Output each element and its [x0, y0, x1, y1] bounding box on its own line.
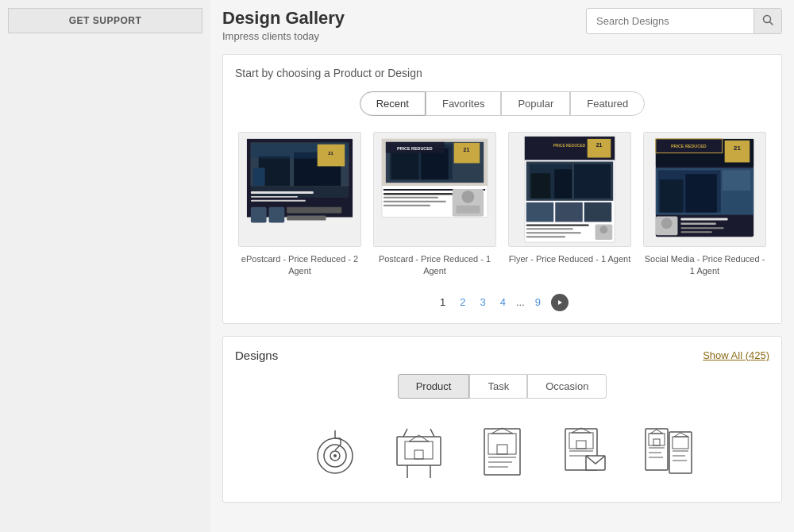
page-3[interactable]: 3 [476, 294, 489, 310]
designs-title: Designs [235, 349, 278, 362]
design-tabs: Product Task Occasion [235, 374, 769, 399]
svg-marker-93 [409, 435, 429, 441]
svg-text:PRICE REDUCED: PRICE REDUCED [397, 146, 433, 151]
svg-rect-56 [526, 236, 565, 237]
gallery-thumb-4: PRICE REDUCED 21 [643, 132, 766, 247]
svg-rect-51 [555, 202, 583, 222]
svg-rect-52 [584, 202, 612, 222]
next-page-button[interactable] [551, 294, 569, 311]
svg-rect-32 [384, 193, 454, 195]
design-icon-email-flyer[interactable] [556, 422, 615, 482]
tab-popular[interactable]: Popular [501, 91, 570, 116]
search-icon [762, 14, 773, 25]
design-icon-target[interactable] [306, 422, 365, 482]
gallery-item-4[interactable]: PRICE REDUCED 21 [643, 132, 766, 278]
gallery-caption-2: Postcard - Price Reduced - 1 Agent [373, 253, 496, 278]
svg-rect-75 [680, 222, 715, 224]
page-2[interactable]: 2 [456, 294, 469, 310]
svg-rect-48 [531, 173, 551, 199]
page-4[interactable]: 4 [496, 294, 510, 310]
gallery-caption-1: ePostcard - Price Reduced - 2 Agent [238, 253, 361, 278]
svg-rect-71 [723, 192, 751, 213]
design-tab-occasion[interactable]: Occasion [527, 374, 607, 399]
svg-rect-94 [414, 450, 423, 459]
tab-recent[interactable]: Recent [360, 91, 426, 116]
svg-point-73 [661, 218, 673, 229]
svg-rect-70 [723, 170, 751, 191]
svg-text:21: 21 [734, 145, 741, 152]
design-icon-sign[interactable] [389, 422, 449, 482]
svg-point-58 [599, 226, 607, 233]
svg-line-1 [770, 22, 773, 25]
page-dots: ... [516, 296, 525, 308]
svg-text:PRICE REDUCED: PRICE REDUCED [671, 144, 707, 148]
svg-rect-54 [526, 228, 573, 229]
flyer-icon [472, 422, 532, 482]
gallery-thumb-3: PRICE REDUCED 21 [508, 132, 631, 247]
gallery-caption-3: Flyer - Price Reduced - 1 Agent [508, 253, 631, 265]
svg-rect-18 [287, 207, 341, 214]
svg-rect-76 [680, 227, 723, 229]
svg-rect-17 [269, 207, 285, 223]
svg-marker-78 [558, 300, 562, 305]
tab-favorites[interactable]: Favorites [426, 91, 501, 116]
gallery-item-2[interactable]: PRICE REDUCED 21 [373, 132, 496, 278]
design-tab-task[interactable]: Task [469, 374, 527, 399]
page-9[interactable]: 9 [531, 294, 545, 310]
svg-text:21: 21 [596, 142, 603, 148]
gallery-item-1[interactable]: 21 ePostcard - Price Reduced - [238, 132, 361, 278]
gallery-thumb-1: 21 [238, 132, 361, 247]
search-bar [586, 8, 782, 34]
svg-text:21: 21 [464, 147, 470, 152]
svg-rect-19 [287, 216, 326, 221]
svg-text:PRICE REDUCED: PRICE REDUCED [553, 144, 586, 148]
sidebar: GET SUPPORT [0, 0, 210, 532]
page-1[interactable]: 1 [436, 294, 449, 310]
svg-rect-95 [484, 429, 520, 475]
header-title-block: Design Gallery Impress clients today [222, 8, 345, 42]
svg-rect-77 [680, 231, 711, 233]
svg-rect-25 [391, 152, 419, 180]
svg-rect-69 [685, 174, 716, 212]
design-icon-flyer[interactable] [472, 422, 532, 482]
show-all-link[interactable]: Show All (425) [703, 349, 769, 361]
page-subtitle: Impress clients today [222, 30, 345, 42]
svg-rect-13 [251, 191, 314, 194]
svg-marker-112 [650, 430, 663, 434]
tab-featured[interactable]: Featured [570, 91, 645, 116]
svg-point-37 [462, 191, 475, 203]
main-content: Design Gallery Impress clients today Sta… [210, 0, 794, 532]
gallery-thumb-2: PRICE REDUCED 21 [373, 132, 496, 247]
svg-rect-9 [253, 168, 265, 186]
design-tab-product[interactable]: Product [398, 374, 470, 399]
email-flyer-icon [556, 422, 615, 482]
designs-header: Designs Show All (425) [235, 349, 769, 362]
svg-line-91 [430, 429, 434, 437]
app-container: GET SUPPORT Design Gallery Impress clien… [0, 0, 794, 532]
page-title: Design Gallery [222, 8, 345, 29]
svg-marker-118 [674, 433, 688, 437]
gallery-item-3[interactable]: PRICE REDUCED 21 [508, 132, 631, 278]
svg-rect-113 [653, 439, 660, 445]
search-button[interactable] [754, 9, 781, 33]
svg-line-90 [403, 429, 407, 437]
svg-rect-50 [526, 202, 554, 222]
designs-section: Designs Show All (425) Product Task Occa… [222, 336, 782, 503]
svg-rect-74 [680, 218, 727, 220]
svg-rect-15 [251, 200, 306, 202]
svg-rect-29 [454, 143, 480, 164]
search-input[interactable] [587, 10, 754, 33]
gallery-tabs: Recent Favorites Popular Featured [235, 91, 769, 116]
svg-rect-117 [673, 437, 688, 449]
gallery-caption-4: Social Media - Price Reduced - 1 Agent [643, 253, 766, 278]
svg-rect-49 [554, 169, 572, 198]
header: Design Gallery Impress clients today [222, 8, 782, 42]
sign-icon [389, 422, 449, 482]
choose-banner: Start by choosing a Product or Design [235, 67, 769, 79]
svg-rect-105 [576, 441, 586, 449]
brochure-icon [639, 422, 699, 482]
svg-point-86 [333, 454, 337, 457]
get-support-button[interactable]: GET SUPPORT [8, 8, 202, 33]
design-icon-brochure[interactable] [639, 422, 699, 482]
svg-rect-33 [384, 197, 438, 199]
